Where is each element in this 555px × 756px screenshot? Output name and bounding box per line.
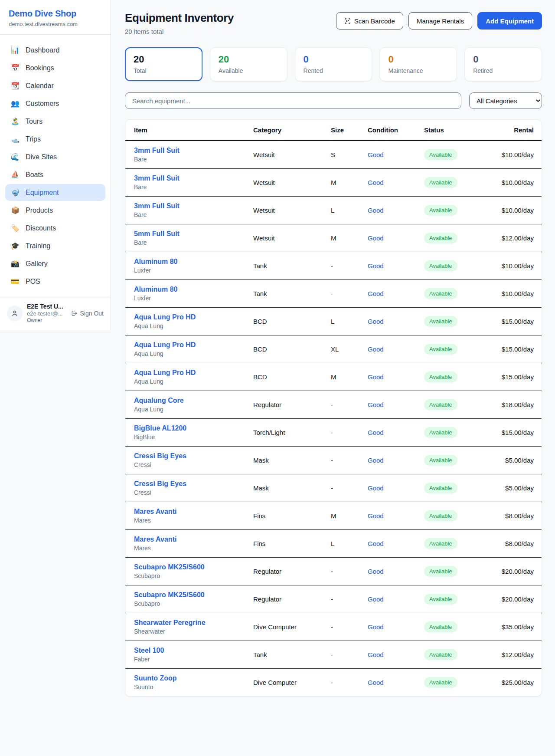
item-name-link[interactable]: 3mm Full Suit — [134, 202, 180, 210]
cell-size: - — [331, 558, 368, 585]
item-name-link[interactable]: Suunto Zoop — [134, 674, 177, 682]
sidebar-item-dashboard[interactable]: 📊Dashboard — [5, 42, 105, 59]
condition-link[interactable]: Good — [368, 179, 384, 186]
item-name-link[interactable]: Aqualung Core — [134, 397, 184, 404]
item-name-link[interactable]: BigBlue AL1200 — [134, 424, 186, 432]
condition-link[interactable]: Good — [368, 234, 384, 242]
condition-link[interactable]: Good — [368, 595, 384, 603]
scan-barcode-button[interactable]: Scan Barcode — [336, 12, 403, 30]
condition-link[interactable]: Good — [368, 512, 384, 519]
discounts-icon: 🏷️ — [10, 224, 20, 232]
condition-link[interactable]: Good — [368, 401, 384, 408]
sidebar-item-pos[interactable]: 💳POS — [5, 273, 105, 290]
cell-category: BCD — [253, 308, 331, 335]
stat-card-rented[interactable]: 0Rented — [295, 47, 372, 81]
cell-condition: Good — [368, 335, 424, 363]
cell-size: M — [331, 363, 368, 391]
stat-label-retired: Retired — [473, 67, 533, 74]
item-name-link[interactable]: Mares Avanti — [134, 536, 176, 543]
item-brand: Luxfer — [134, 295, 253, 302]
sidebar-item-discounts[interactable]: 🏷️Discounts — [5, 220, 105, 237]
add-equipment-label: Add Equipment — [486, 17, 534, 25]
cell-item: Cressi Big EyesCressi — [125, 474, 253, 502]
table-row: Aluminum 80LuxferTank-GoodAvailable$10.0… — [125, 252, 542, 280]
item-name-link[interactable]: Scubapro MK25/S600 — [134, 591, 205, 599]
status-badge: Available — [424, 399, 457, 410]
item-brand: Cressi — [134, 489, 253, 496]
condition-link[interactable]: Good — [368, 373, 384, 381]
sidebar-item-calendar[interactable]: 📆Calendar — [5, 77, 105, 94]
sidebar-item-trips[interactable]: 🛥️Trips — [5, 131, 105, 148]
item-name-link[interactable]: Aqua Lung Pro HD — [134, 313, 196, 321]
item-name-link[interactable]: Steel 100 — [134, 647, 164, 654]
add-equipment-button[interactable]: Add Equipment — [477, 12, 542, 30]
condition-link[interactable]: Good — [368, 290, 384, 297]
item-name-link[interactable]: Shearwater Peregrine — [134, 619, 206, 627]
sidebar-item-boats[interactable]: ⛵Boats — [5, 166, 105, 183]
condition-link[interactable]: Good — [368, 623, 384, 631]
condition-link[interactable]: Good — [368, 651, 384, 658]
condition-link[interactable]: Good — [368, 262, 384, 270]
search-input[interactable] — [125, 92, 461, 109]
stat-card-total[interactable]: 20Total — [125, 47, 202, 81]
cell-status: Available — [424, 363, 493, 391]
item-brand: Bare — [134, 184, 253, 191]
condition-link[interactable]: Good — [368, 568, 384, 575]
item-name-link[interactable]: 3mm Full Suit — [134, 147, 180, 154]
sidebar-item-training[interactable]: 🎓Training — [5, 237, 105, 254]
condition-link[interactable]: Good — [368, 151, 384, 158]
item-name-link[interactable]: 5mm Full Suit — [134, 230, 180, 238]
sign-out-icon — [71, 310, 78, 317]
condition-link[interactable]: Good — [368, 345, 384, 353]
manage-rentals-button[interactable]: Manage Rentals — [408, 12, 472, 30]
cell-item: 3mm Full SuitBare — [125, 141, 253, 169]
condition-link[interactable]: Good — [368, 429, 384, 436]
sidebar-item-gallery[interactable]: 📸Gallery — [5, 255, 105, 272]
table-row: BigBlue AL1200BigBlueTorch/Light-GoodAva… — [125, 419, 542, 447]
item-name-link[interactable]: Aluminum 80 — [134, 258, 177, 266]
cell-category: Mask — [253, 447, 331, 474]
stat-card-available[interactable]: 20Available — [210, 47, 287, 81]
item-name-link[interactable]: Aqua Lung Pro HD — [134, 341, 196, 349]
category-filter-select[interactable]: All Categories — [469, 92, 542, 109]
table-row: Scubapro MK25/S600ScubaproRegulator-Good… — [125, 558, 542, 585]
item-name-link[interactable]: Cressi Big Eyes — [134, 480, 186, 488]
sidebar-item-tours[interactable]: 🏝️Tours — [5, 113, 105, 130]
training-icon: 🎓 — [10, 242, 20, 250]
cell-status: Available — [424, 502, 493, 530]
item-name-link[interactable]: Mares Avanti — [134, 508, 176, 516]
item-name-link[interactable]: Aqua Lung Pro HD — [134, 369, 196, 377]
condition-link[interactable]: Good — [368, 318, 384, 325]
item-name-link[interactable]: 3mm Full Suit — [134, 174, 180, 182]
stat-label-available: Available — [219, 67, 279, 74]
item-name-link[interactable]: Cressi Big Eyes — [134, 452, 186, 460]
table-row: 3mm Full SuitBareWetsuitMGoodAvailable$1… — [125, 169, 542, 197]
sign-out-button[interactable]: Sign Out — [71, 310, 104, 317]
sidebar-item-equipment[interactable]: 🤿Equipment — [5, 184, 105, 201]
cell-condition: Good — [368, 447, 424, 474]
condition-link[interactable]: Good — [368, 540, 384, 547]
sidebar-item-bookings[interactable]: 📅Bookings — [5, 59, 105, 76]
condition-link[interactable]: Good — [368, 207, 384, 214]
condition-link[interactable]: Good — [368, 484, 384, 492]
sidebar-item-customers[interactable]: 👥Customers — [5, 95, 105, 112]
condition-link[interactable]: Good — [368, 679, 384, 686]
cell-category: Wetsuit — [253, 141, 331, 169]
items-total-count: 20 items total — [125, 28, 234, 35]
cell-condition: Good — [368, 474, 424, 502]
item-name-link[interactable]: Aluminum 80 — [134, 286, 177, 293]
condition-link[interactable]: Good — [368, 457, 384, 464]
cell-category: BCD — [253, 363, 331, 391]
sidebar-item-products[interactable]: 📦Products — [5, 202, 105, 219]
stat-card-retired[interactable]: 0Retired — [464, 47, 542, 81]
cell-item: Cressi Big EyesCressi — [125, 447, 253, 474]
cell-status: Available — [424, 585, 493, 613]
equipment-table: Item Category Size Condition Status Rent… — [125, 120, 542, 696]
stat-card-maintenance[interactable]: 0Maintenance — [379, 47, 457, 81]
sidebar-item-dive-sites[interactable]: 🌊Dive Sites — [5, 148, 105, 165]
scan-barcode-label: Scan Barcode — [354, 17, 395, 25]
item-name-link[interactable]: Scubapro MK25/S600 — [134, 563, 205, 571]
status-badge: Available — [424, 566, 457, 577]
item-brand: Bare — [134, 156, 253, 163]
page-heading: Equipment Inventory 20 items total — [125, 11, 234, 35]
